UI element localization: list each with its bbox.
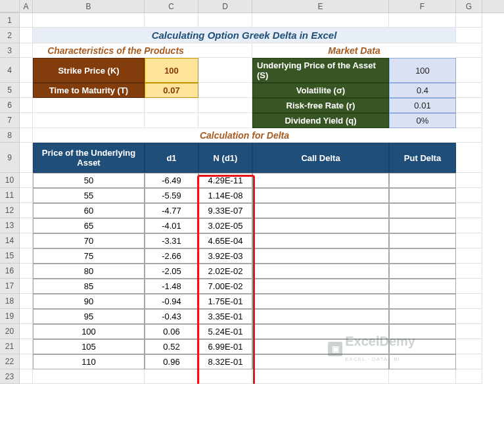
dt-nd1[interactable]: 3.92E-03 [198, 248, 252, 264]
underlying-price-value[interactable]: 100 [389, 58, 456, 83]
col-header-D[interactable]: D [198, 0, 252, 12]
cell[interactable] [456, 173, 482, 188]
dt-header-put[interactable]: Put Delta [389, 143, 456, 173]
cell[interactable] [456, 128, 482, 143]
dt-price[interactable]: 75 [33, 248, 145, 264]
cell[interactable] [20, 324, 33, 339]
dt-price[interactable]: 95 [33, 309, 145, 324]
cell[interactable] [20, 248, 33, 264]
cell[interactable] [20, 83, 33, 98]
dt-call[interactable] [252, 233, 389, 248]
dt-d1[interactable]: -4.77 [145, 203, 198, 218]
col-header-G[interactable]: G [456, 0, 482, 12]
cell[interactable] [389, 369, 456, 384]
volatility-label[interactable]: Volatilite (σ) [252, 83, 389, 98]
cell[interactable] [456, 188, 482, 203]
dt-nd1[interactable]: 4.29E-11 [198, 173, 252, 188]
dt-d1[interactable]: -0.43 [145, 309, 198, 324]
dividend-yield-value[interactable]: 0% [389, 113, 456, 128]
row-header-7[interactable]: 7 [0, 113, 20, 128]
dt-d1[interactable]: 0.52 [145, 339, 198, 354]
cell[interactable] [456, 309, 482, 324]
cell[interactable] [198, 113, 252, 128]
cell[interactable] [145, 113, 198, 128]
cell[interactable] [33, 369, 145, 384]
risk-free-rate-value[interactable]: 0.01 [389, 98, 456, 113]
row-header[interactable]: 22 [0, 354, 20, 369]
row-header[interactable]: 18 [0, 294, 20, 309]
row-header-8[interactable]: 8 [0, 128, 20, 143]
dt-d1[interactable]: -2.66 [145, 248, 198, 264]
dt-header-nd1[interactable]: N (d1) [198, 143, 252, 173]
dt-put[interactable] [389, 354, 456, 369]
row-header[interactable]: 21 [0, 339, 20, 354]
cell[interactable] [20, 264, 33, 279]
dt-d1[interactable]: -0.94 [145, 294, 198, 309]
row-header-3[interactable]: 3 [0, 43, 20, 58]
dt-nd1[interactable]: 9.33E-07 [198, 203, 252, 218]
dividend-yield-label[interactable]: Dividend Yield (q) [252, 113, 389, 128]
dt-put[interactable] [389, 324, 456, 339]
time-maturity-label[interactable]: Time to Maturity (T) [33, 83, 145, 98]
cell[interactable] [198, 13, 252, 28]
cell[interactable] [456, 58, 482, 83]
cell[interactable] [456, 248, 482, 264]
cell[interactable] [456, 233, 482, 248]
dt-call[interactable] [252, 294, 389, 309]
dt-price[interactable]: 80 [33, 264, 145, 279]
dt-call[interactable] [252, 264, 389, 279]
dt-call[interactable] [252, 218, 389, 233]
dt-price[interactable]: 55 [33, 188, 145, 203]
row-header-1[interactable]: 1 [0, 13, 20, 28]
cell[interactable] [20, 28, 33, 43]
dt-d1[interactable]: 0.06 [145, 324, 198, 339]
row-header[interactable]: 20 [0, 324, 20, 339]
dt-put[interactable] [389, 203, 456, 218]
dt-call[interactable] [252, 309, 389, 324]
cell[interactable] [20, 43, 33, 58]
cell[interactable] [252, 369, 389, 384]
dt-put[interactable] [389, 264, 456, 279]
dt-nd1[interactable]: 8.32E-01 [198, 354, 252, 369]
cell[interactable] [20, 218, 33, 233]
cell[interactable] [20, 188, 33, 203]
risk-free-rate-label[interactable]: Risk-free Rate (r) [252, 98, 389, 113]
cell[interactable] [198, 58, 252, 83]
dt-nd1[interactable]: 3.02E-05 [198, 218, 252, 233]
cell[interactable] [20, 98, 33, 113]
dt-price[interactable]: 90 [33, 294, 145, 309]
cell[interactable] [145, 369, 198, 384]
col-header-A[interactable]: A [20, 0, 33, 12]
col-header-F[interactable]: F [389, 0, 456, 12]
dt-call[interactable] [252, 248, 389, 264]
cell[interactable] [456, 279, 482, 294]
cell[interactable] [20, 143, 33, 173]
dt-header-call[interactable]: Call Delta [252, 143, 389, 173]
dt-d1[interactable]: -5.59 [145, 188, 198, 203]
cell[interactable] [456, 218, 482, 233]
cell[interactable] [456, 294, 482, 309]
row-header[interactable]: 13 [0, 218, 20, 233]
dt-d1[interactable]: -6.49 [145, 173, 198, 188]
strike-price-label[interactable]: Strike Price (K) [33, 58, 145, 83]
dt-call[interactable] [252, 324, 389, 339]
cell[interactable] [252, 13, 389, 28]
dt-put[interactable] [389, 309, 456, 324]
dt-put[interactable] [389, 339, 456, 354]
dt-put[interactable] [389, 294, 456, 309]
dt-header-d1[interactable]: d1 [145, 143, 198, 173]
row-header-4[interactable]: 4 [0, 58, 20, 83]
dt-nd1[interactable]: 5.24E-01 [198, 324, 252, 339]
cell[interactable] [456, 324, 482, 339]
dt-d1[interactable]: -2.05 [145, 264, 198, 279]
dt-d1[interactable]: -4.01 [145, 218, 198, 233]
dt-put[interactable] [389, 218, 456, 233]
time-maturity-value[interactable]: 0.07 [145, 83, 198, 98]
dt-price[interactable]: 105 [33, 339, 145, 354]
row-header-2[interactable]: 2 [0, 28, 20, 43]
cell[interactable] [198, 98, 252, 113]
cell[interactable] [456, 83, 482, 98]
dt-call[interactable] [252, 339, 389, 354]
cell[interactable] [456, 13, 482, 28]
cell[interactable] [456, 143, 482, 173]
